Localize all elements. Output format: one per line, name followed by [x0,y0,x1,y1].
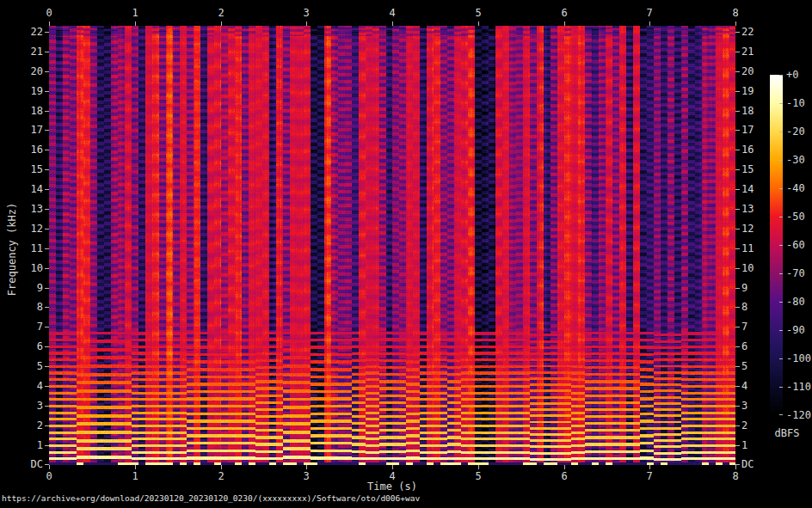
y-tick-label-left: 11 [0,242,43,254]
y-tick-label-left: 2 [0,419,43,431]
x-tick-label-top: 1 [126,7,145,19]
x-tick-label-top: 4 [383,7,402,19]
colorbar [770,75,783,415]
x-tick-label-top: 0 [40,7,58,19]
y-tick-label-right: 21 [741,46,776,58]
colorbar-tick-label: -40 [786,182,812,194]
y-tick-right [735,268,740,269]
x-tick-top [735,21,736,26]
x-tick-bottom [564,465,565,469]
y-tick-right [735,366,740,367]
colorbar-tick-label: -120 [786,409,812,421]
y-tick-right [735,406,740,407]
y-tick-label-left: 9 [0,282,43,294]
colorbar-tick-label: -80 [786,296,812,308]
y-tick-right [735,425,740,426]
colorbar-unit-label: dBFS [761,427,812,439]
x-tick-label-top: 5 [469,7,488,19]
colorbar-tick-label: -50 [786,211,812,223]
y-tick-right [735,71,740,72]
colorbar-tick-label: -100 [786,352,812,364]
y-tick-label-left: 10 [0,262,43,274]
x-tick-label-top: 3 [297,7,316,19]
y-tick-label-right: DC [741,458,776,470]
x-tick-bottom [49,465,50,469]
y-tick-right [735,189,740,190]
y-tick-label-left: 12 [0,223,43,235]
y-tick-label-right: 1 [741,439,776,451]
x-tick-bottom [392,465,393,469]
y-tick-label-left: 13 [0,203,43,215]
x-tick-bottom [135,465,136,469]
y-tick-label-left: 15 [0,163,43,175]
source-url: https://archive+org/download/20230120_20… [2,493,420,504]
y-tick-label-left: 7 [0,321,43,333]
x-tick-label-top: 8 [726,7,745,19]
y-tick-right [735,327,740,327]
colorbar-tick-label: -90 [786,324,812,336]
y-tick-right [735,464,740,465]
spectrogram-window: Frequency (kHz) 012345678 012345678 2221… [0,0,812,508]
y-tick-right [735,229,740,230]
y-tick-label-left: 14 [0,183,43,195]
y-tick-right [735,169,740,170]
y-tick-label-left: 17 [0,124,43,136]
x-tick-bottom [478,465,479,469]
y-tick-right [735,288,740,289]
y-tick-label-left: 20 [0,65,43,77]
y-tick-right [735,209,740,210]
y-tick-label-left: 21 [0,46,43,58]
x-tick-label-top: 2 [212,7,231,19]
y-tick-label-left: 18 [0,105,43,117]
colorbar-tick-label: -60 [786,239,812,251]
x-tick-bottom [221,465,222,469]
y-tick-label-left: DC [0,458,43,470]
y-tick-right [735,307,740,308]
x-tick-bottom [306,465,307,469]
colorbar-tick-label: -70 [786,267,812,279]
y-tick-right [735,150,740,150]
spectrogram-plot [49,26,735,465]
y-tick-right [735,386,740,387]
y-tick-label-left: 16 [0,144,43,156]
y-tick-label-left: 3 [0,400,43,412]
x-tick-bottom [649,465,650,469]
y-tick-right [735,130,740,131]
colorbar-tick-label: -110 [786,381,812,393]
y-tick-label-left: 1 [0,439,43,451]
colorbar-tick-label: -20 [786,125,812,138]
colorbar-tick-label: +0 [786,69,812,81]
x-tick-label-top: 6 [555,7,574,19]
colorbar-tick-label: -10 [786,97,812,109]
y-tick-label-left: 22 [0,26,43,38]
y-tick-label-left: 8 [0,301,43,313]
colorbar-tick-label: -30 [786,154,812,166]
y-tick-right [735,32,740,33]
y-tick-right [735,111,740,112]
y-tick-right [735,445,740,446]
y-tick-label-left: 19 [0,85,43,97]
y-tick-label-left: 6 [0,340,43,352]
y-tick-label-left: 5 [0,360,43,372]
y-tick-right [735,52,740,52]
y-tick-right [735,346,740,347]
y-tick-right [735,91,740,92]
x-tick-bottom [735,465,736,469]
y-tick-label-right: 22 [741,26,776,38]
y-tick-label-left: 4 [0,380,43,392]
x-axis-title: Time (s) [49,480,735,493]
x-tick-label-top: 7 [640,7,659,19]
y-tick-right [735,248,740,249]
